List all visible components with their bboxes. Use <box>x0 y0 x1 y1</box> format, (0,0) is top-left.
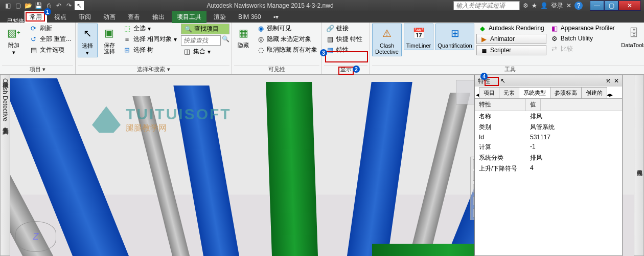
prop-row[interactable]: 系统分类排风 <box>475 153 622 163</box>
ptab-scroll-right[interactable]: ◂▸ <box>607 91 613 98</box>
ptab-level[interactable]: 参照标高 <box>550 87 582 98</box>
animator-icon: ▶ <box>480 35 488 43</box>
pin-icon[interactable]: ⤱ <box>606 77 611 84</box>
hide-button[interactable]: ▦ 隐藏 <box>234 24 252 49</box>
ribbon-tabs: 常用 视点 审阅 动画 查看 输出 项目工具 渲染 BIM 360 ▪▾ <box>0 11 644 23</box>
hide-unselected-button[interactable]: ◎隐藏 未选定对象 <box>255 34 319 44</box>
annot-box-3 <box>325 51 368 62</box>
unhide-all-button[interactable]: ◌取消隐藏 所有对象 <box>255 45 319 55</box>
close-button[interactable]: ✕ <box>618 1 641 11</box>
exchange-icon[interactable]: ✕ <box>566 2 571 9</box>
redo-icon[interactable]: ↷ <box>64 1 74 10</box>
star-icon[interactable]: ★ <box>532 2 537 9</box>
scripter-icon: ≣ <box>480 46 488 54</box>
reset-icon: ↺ <box>30 35 38 44</box>
file-options-button[interactable]: ▤文件选项 <box>28 45 73 55</box>
right-dock[interactable]: 保存的视点 <box>634 75 644 256</box>
appearance-button[interactable]: ◧Appearance Profiler <box>548 24 617 33</box>
compare-icon: ⇄ <box>550 45 559 53</box>
tab-viewpoint[interactable]: 视点 <box>49 11 72 23</box>
title-bar: ◧ ▢ 📂 💾 ⎙ ↶ ↷ ↖ Autodesk Navisworks Mana… <box>0 0 644 11</box>
minimize-button[interactable]: — <box>590 1 604 11</box>
sets-button[interactable]: ◫集合▾ <box>181 47 229 56</box>
ptab-item[interactable]: 项目 <box>479 87 499 98</box>
batch-button[interactable]: ⚙Batch Utility <box>548 34 617 43</box>
compare-button[interactable]: ⇄比较 <box>548 44 617 54</box>
render-button[interactable]: ◆Autodesk Rendering <box>476 24 546 33</box>
find-items-button[interactable]: 🔍查找项目 <box>181 24 229 34</box>
save-sel-icon: ▣ <box>101 25 118 41</box>
prop-row[interactable]: 上升/下降符号4 <box>475 163 622 174</box>
tab-view[interactable]: 查看 <box>123 11 145 23</box>
scripter-button[interactable]: ≣Scripter <box>476 45 546 55</box>
maximize-button[interactable]: ▢ <box>604 1 618 11</box>
tab-animation[interactable]: 动画 <box>98 11 121 23</box>
links-button[interactable]: 🔗链接 <box>324 24 367 33</box>
compass[interactable]: Z <box>15 221 56 252</box>
undo-icon[interactable]: ↶ <box>54 1 63 10</box>
open-icon[interactable]: 📂 <box>24 1 33 10</box>
quick-find-input[interactable] <box>181 35 221 46</box>
watermark-sub: 腿腿教学网 <box>126 123 232 134</box>
dock-clash[interactable]: Clash Detective <box>2 78 9 121</box>
tab-overflow[interactable]: ▪▾ <box>268 12 284 22</box>
search-input[interactable] <box>453 1 520 10</box>
annot-dot-1: 1 <box>44 8 51 15</box>
datatools-button[interactable]: 🗄DataTools <box>619 24 644 49</box>
animator-button[interactable]: ▶Animator <box>476 34 546 44</box>
tab-render[interactable]: 渲染 <box>209 11 231 23</box>
login-label[interactable]: 登录 <box>551 2 563 10</box>
select-button[interactable]: ↖ 选择▾ <box>78 24 98 57</box>
comm-icon[interactable]: ⚙ <box>523 2 528 9</box>
annot-dot-4: 4 <box>480 73 488 80</box>
prop-row[interactable]: Id531117 <box>475 133 622 142</box>
quickprop-icon: ▤ <box>326 35 334 44</box>
clash-icon: ⚠ <box>379 25 395 41</box>
tab-item-tools[interactable]: 项目工具 <box>172 11 206 23</box>
panel-select: ↖ 选择▾ ▣ 保存 选择 ⬚全选▾ ≡选择 相同对象▾ ⊞选择 树 🔍查找项目… <box>76 23 232 74</box>
select-all-button[interactable]: ⬚全选▾ <box>121 24 179 33</box>
ptab-element[interactable]: 元素 <box>499 87 519 98</box>
refresh-button[interactable]: ⟳刷新 <box>28 24 73 33</box>
batch-icon: ⚙ <box>550 34 559 42</box>
go-icon[interactable]: 🔍 <box>222 35 229 46</box>
ptab-system-type[interactable]: 系统类型 <box>519 87 550 98</box>
attach-icon: ▧+ <box>6 25 22 41</box>
help-icon[interactable]: ? <box>574 2 583 10</box>
properties-grid: 特性 值 名称排风 类别风管系统 Id531117 计算-1 系统分类排风 上升… <box>475 99 622 255</box>
ptab-created[interactable]: 创建的 <box>581 87 607 98</box>
prop-row[interactable]: 名称排风 <box>475 111 622 122</box>
tab-output[interactable]: 输出 <box>147 11 170 23</box>
clash-button[interactable]: ⚠Clash Detective <box>372 24 402 56</box>
save-selection-button[interactable]: ▣ 保存 选择 <box>100 24 119 55</box>
reset-button[interactable]: ↺全部 重置... <box>28 34 73 44</box>
panel-label-tools: 工具 <box>372 65 644 74</box>
select-same-button[interactable]: ≡选择 相同对象▾ <box>121 34 179 44</box>
tab-review[interactable]: 审阅 <box>74 11 96 23</box>
3d-view[interactable]: TUITUISOFT 腿腿教学网 Z 特性 ↖ ⤱ ✕ ◂ 项目 元素 系统类型… <box>10 75 634 256</box>
title-right: ⚙ ★ 👤 登录 ✕ ? — ▢ ✕ <box>520 1 644 11</box>
quantification-button[interactable]: ⊞Quantification <box>435 24 474 50</box>
watermark-title: TUITUISOFT <box>126 105 232 123</box>
select-tree-button[interactable]: ⊞选择 树 <box>121 45 179 55</box>
annot-box-2 <box>338 67 354 75</box>
force-visible-button[interactable]: ◉强制可见 <box>255 24 319 33</box>
attach-button[interactable]: ▧+ 附加 ▾ <box>2 24 26 56</box>
new-icon[interactable]: ▢ <box>13 1 22 10</box>
cursor-icon[interactable]: ↖ <box>75 1 84 10</box>
quick-properties-button[interactable]: ▤快捷 特性 <box>324 34 367 44</box>
prop-row[interactable]: 类别风管系统 <box>475 122 622 133</box>
user-icon[interactable]: 👤 <box>540 2 548 9</box>
save-icon[interactable]: 💾 <box>34 1 43 10</box>
panel-close-icon[interactable]: ✕ <box>614 77 619 84</box>
visible-icon: ◉ <box>257 25 265 33</box>
app-menu-icon[interactable]: ◧ <box>3 1 12 10</box>
timeliner-icon: 📅 <box>410 25 427 41</box>
timeliner-button[interactable]: 📅TimeLiner <box>404 24 433 50</box>
cursor-icon: ↖ <box>500 77 505 84</box>
prop-row[interactable]: 计算-1 <box>475 142 622 153</box>
window-buttons: — ▢ ✕ <box>590 1 641 11</box>
panel-project: ▧+ 附加 ▾ ⟳刷新 ↺全部 重置... ▤文件选项 项目 ▾ <box>0 23 76 74</box>
tab-bim360[interactable]: BIM 360 <box>233 12 266 22</box>
watermark: TUITUISOFT 腿腿教学网 <box>92 105 232 134</box>
